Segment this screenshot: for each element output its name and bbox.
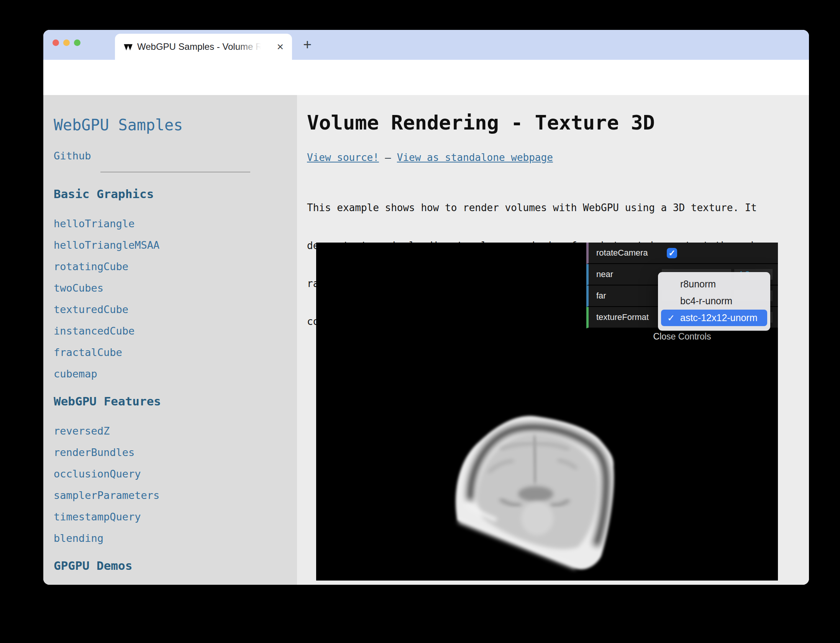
sidebar-item-fractalCube[interactable]: fractalCube xyxy=(54,346,297,358)
rotate-camera-checkbox[interactable]: ✓ xyxy=(667,248,677,258)
site-title: WebGPU Samples xyxy=(54,116,297,134)
section-header-basic-graphics: Basic Graphics xyxy=(54,187,297,201)
selected-checkmark-icon: ✓ xyxy=(667,310,675,326)
dropdown-option-r8unorm[interactable]: r8unorm xyxy=(658,276,770,292)
gui-row-rotate-camera: rotateCamera ✓ xyxy=(586,243,778,264)
sidebar-item-renderBundles[interactable]: renderBundles xyxy=(54,446,297,458)
basic-graphics-list: helloTriangle helloTriangleMSAA rotating… xyxy=(54,218,297,380)
close-tab-icon[interactable]: × xyxy=(277,40,284,53)
webgpu-canvas[interactable]: rotateCamera ✓ near 4.3 far texture xyxy=(316,243,778,581)
maximize-window-button[interactable] xyxy=(74,39,80,46)
main-content: Volume Rendering - Texture 3D View sourc… xyxy=(297,95,809,585)
sidebar-item-cubemap[interactable]: cubemap xyxy=(54,368,297,380)
sidebar-item-texturedCube[interactable]: texturedCube xyxy=(54,303,297,315)
texture-format-dropdown: r8unorm bc4-r-unorm ✓astc-12x12-unorm xyxy=(658,272,770,331)
webgpu-features-list: reversedZ renderBundles occlusionQuery s… xyxy=(54,425,297,544)
minimize-window-button[interactable] xyxy=(63,39,70,46)
section-header-webgpu-features: WebGPU Features xyxy=(54,394,297,408)
browser-window: WebGPU Samples - Volume R × + ← → webgpu… xyxy=(43,30,809,585)
close-window-button[interactable] xyxy=(52,39,59,46)
github-link[interactable]: Github xyxy=(54,150,297,162)
sidebar-item-rotatingCube[interactable]: rotatingCube xyxy=(54,261,297,272)
rotate-camera-label: rotateCamera xyxy=(596,243,648,263)
section-header-gpgpu-demos: GPGPU Demos xyxy=(54,559,297,572)
tab-title-fade xyxy=(237,41,269,54)
sidebar-item-helloTriangle[interactable]: helloTriangle xyxy=(54,218,297,230)
page-title: Volume Rendering - Texture 3D xyxy=(307,111,655,134)
sidebar-item-occlusionQuery[interactable]: occlusionQuery xyxy=(54,468,297,480)
far-label: far xyxy=(596,285,606,306)
dropdown-option-astc-12x12-unorm[interactable]: ✓astc-12x12-unorm xyxy=(661,310,767,326)
near-label: near xyxy=(596,264,613,285)
dropdown-option-bc4-r-unorm[interactable]: bc4-r-unorm xyxy=(658,292,770,309)
link-separator xyxy=(379,152,385,163)
sidebar-item-helloTriangleMSAA[interactable]: helloTriangleMSAA xyxy=(54,239,297,251)
sidebar-divider xyxy=(100,172,250,172)
link-separator-dash: — xyxy=(385,152,391,163)
description-line: This example shows how to render volumes… xyxy=(307,202,775,214)
sidebar-item-instancedCube[interactable]: instancedCube xyxy=(54,325,297,337)
webgpu-logo-icon xyxy=(123,44,135,53)
brain-mri-volume-render xyxy=(443,404,623,576)
sidebar-item-twoCubes[interactable]: twoCubes xyxy=(54,282,297,294)
link-separator-space xyxy=(391,152,397,163)
close-controls-button[interactable]: Close Controls xyxy=(586,328,778,344)
browser-tab[interactable]: WebGPU Samples - Volume R × xyxy=(115,34,292,60)
standalone-webpage-link[interactable]: View as standalone webpage xyxy=(397,152,553,163)
new-tab-button[interactable]: + xyxy=(301,36,314,53)
sidebar-item-blending[interactable]: blending xyxy=(54,532,297,544)
sample-links-row: View source! — View as standalone webpag… xyxy=(307,152,553,163)
tab-strip: WebGPU Samples - Volume R × + xyxy=(43,30,809,60)
sidebar-item-samplerParameters[interactable]: samplerParameters xyxy=(54,489,297,501)
texture-format-label: textureFormat xyxy=(596,307,649,328)
sidebar-item-reversedZ[interactable]: reversedZ xyxy=(54,425,297,437)
sidebar-item-timestampQuery[interactable]: timestampQuery xyxy=(54,511,297,523)
view-source-link[interactable]: View source! xyxy=(307,152,379,163)
dropdown-option-label: astc-12x12-unorm xyxy=(680,312,757,323)
page-content: WebGPU Samples Github Basic Graphics hel… xyxy=(43,95,809,585)
browser-toolbar: ← → webgpu.github.io/webgpu-samples/?sam… xyxy=(43,60,809,95)
sidebar: WebGPU Samples Github Basic Graphics hel… xyxy=(43,95,297,585)
